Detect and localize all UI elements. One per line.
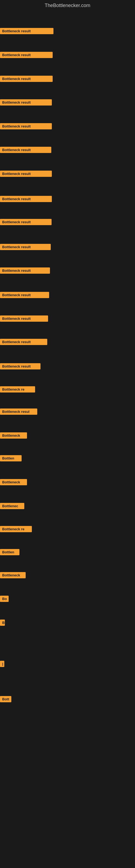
bottleneck-badge: Bott bbox=[0, 696, 11, 702]
bottleneck-result-item[interactable]: Bottleneck resul bbox=[0, 408, 37, 416]
bottleneck-badge: Bottleneck bbox=[0, 432, 27, 439]
bottleneck-result-item[interactable]: Bottleneck result bbox=[0, 219, 52, 226]
bottleneck-result-item[interactable]: Bottlen bbox=[0, 549, 19, 556]
bottleneck-result-item[interactable]: Bottleneck result bbox=[0, 123, 52, 130]
bottleneck-result-item[interactable]: Bottleneck result bbox=[0, 363, 41, 371]
bottleneck-result-item[interactable]: Bottlen bbox=[0, 455, 21, 463]
bottleneck-badge: Bottleneck result bbox=[0, 268, 50, 274]
bottleneck-result-item[interactable]: Bottleneck re bbox=[0, 386, 35, 394]
bottleneck-badge: Bottlenec bbox=[0, 503, 24, 509]
bottleneck-badge: B bbox=[0, 620, 5, 626]
bottleneck-badge: Bottleneck result bbox=[0, 76, 53, 82]
bottleneck-result-item[interactable]: Bottleneck re bbox=[0, 526, 32, 533]
bottleneck-result-item[interactable]: B bbox=[0, 620, 5, 627]
bottleneck-result-item[interactable]: Bottleneck result bbox=[0, 244, 51, 251]
bottleneck-badge: Bottleneck resul bbox=[0, 408, 37, 415]
bottleneck-result-item[interactable]: Bottleneck result bbox=[0, 99, 52, 106]
bottleneck-result-item[interactable]: Bott bbox=[0, 696, 11, 703]
bottleneck-result-item[interactable]: Bottleneck result bbox=[0, 268, 50, 275]
bottleneck-badge: Bottleneck result bbox=[0, 52, 53, 58]
bottleneck-badge: Bottleneck result bbox=[0, 170, 52, 177]
bottleneck-badge: Bottleneck bbox=[0, 572, 26, 578]
bottleneck-result-item[interactable]: Bottleneck bbox=[0, 432, 27, 440]
bottleneck-result-item[interactable]: Bo bbox=[0, 596, 9, 603]
bottleneck-badge: Bottleneck bbox=[0, 479, 27, 485]
bottleneck-result-item[interactable]: Bottlenec bbox=[0, 503, 24, 510]
bottleneck-result-item[interactable]: Bottleneck result bbox=[0, 196, 52, 203]
bottleneck-badge: | bbox=[0, 661, 4, 667]
bottleneck-badge: Bottleneck result bbox=[0, 219, 52, 225]
bottleneck-badge: Bottleneck result bbox=[0, 147, 51, 153]
bottleneck-badge: Bottleneck result bbox=[0, 363, 41, 369]
bottleneck-result-item[interactable]: Bottleneck bbox=[0, 572, 26, 579]
bottleneck-result-item[interactable]: Bottleneck result bbox=[0, 52, 53, 59]
site-title: TheBottlenecker.com bbox=[0, 0, 135, 12]
bottleneck-result-item[interactable]: Bottleneck result bbox=[0, 339, 47, 346]
bottleneck-badge: Bottlen bbox=[0, 549, 19, 555]
bottleneck-badge: Bottleneck result bbox=[0, 315, 48, 322]
bottleneck-result-item[interactable]: Bottleneck result bbox=[0, 315, 48, 323]
bottleneck-result-item[interactable]: Bottleneck result bbox=[0, 76, 53, 83]
bottleneck-badge: Bottleneck result bbox=[0, 244, 51, 250]
bottleneck-result-item[interactable]: | bbox=[0, 661, 4, 668]
bottleneck-badge: Bottleneck result bbox=[0, 123, 52, 129]
bottleneck-result-item[interactable]: Bottleneck result bbox=[0, 170, 52, 178]
bottleneck-badge: Bottleneck result bbox=[0, 28, 53, 34]
bottleneck-result-item[interactable]: Bottleneck result bbox=[0, 292, 49, 299]
bottleneck-badge: Bo bbox=[0, 596, 9, 602]
bottleneck-badge: Bottleneck re bbox=[0, 386, 35, 393]
bottleneck-badge: Bottleneck result bbox=[0, 339, 47, 345]
bottleneck-result-item[interactable]: Bottleneck result bbox=[0, 28, 53, 35]
bottleneck-result-item[interactable]: Bottleneck result bbox=[0, 147, 51, 154]
bottleneck-badge: Bottleneck result bbox=[0, 292, 49, 298]
bottleneck-badge: Bottlen bbox=[0, 455, 21, 461]
bottleneck-badge: Bottleneck re bbox=[0, 526, 32, 532]
bottleneck-result-item[interactable]: Bottleneck bbox=[0, 479, 27, 486]
bottleneck-badge: Bottleneck result bbox=[0, 196, 52, 202]
bottleneck-badge: Bottleneck result bbox=[0, 99, 52, 105]
